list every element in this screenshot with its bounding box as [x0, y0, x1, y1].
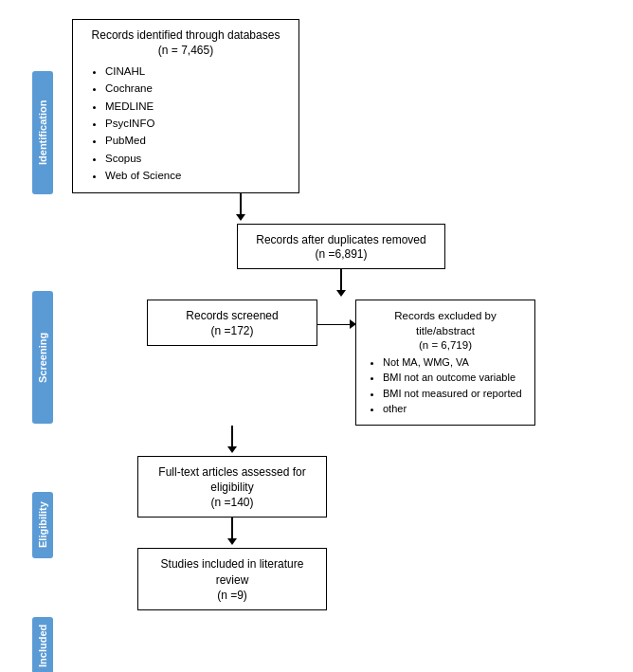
- excl-reason-4: other: [383, 401, 525, 417]
- db-wos: Web of Science: [105, 167, 285, 184]
- fulltext-title: Full-text articles assessed for eligibil…: [152, 464, 313, 497]
- included-title: Studies included in literature review: [152, 556, 313, 589]
- id-box-count: (n = 7,465): [86, 44, 285, 57]
- duplicates-box: Records after duplicates removed (n =6,8…: [237, 224, 445, 270]
- screened-title: Records screened: [161, 308, 303, 324]
- included-label: Included: [32, 617, 53, 672]
- id-box-title: Records identified through databases: [86, 27, 285, 44]
- db-medline: MEDLINE: [105, 98, 285, 115]
- db-psycinfo: PsycINFO: [105, 115, 285, 132]
- dup-box-title: Records after duplicates removed: [251, 232, 431, 248]
- excl-title: Records excluded by title/abstract: [366, 308, 525, 338]
- dup-box-count: (n =6,891): [251, 247, 431, 261]
- screening-label: Screening: [32, 291, 53, 424]
- included-count: (n =9): [152, 589, 313, 602]
- fulltext-count: (n =140): [152, 496, 313, 509]
- included-box: Studies included in literature review (n…: [137, 548, 327, 610]
- db-scopus: Scopus: [105, 150, 285, 167]
- excl-reason-1: Not MA, WMG, VA: [383, 354, 525, 371]
- exclusion-box: Records excluded by title/abstract (n = …: [355, 300, 535, 425]
- db-cochrane: Cochrane: [105, 80, 285, 97]
- excl-reason-2: BMI not an outcome variable: [383, 370, 525, 386]
- excl-reason-3: BMI not measured or reported: [383, 386, 525, 402]
- screened-count: (n =172): [161, 324, 303, 337]
- identification-box: Records identified through databases (n …: [72, 19, 299, 193]
- fulltext-box: Full-text articles assessed for eligibil…: [137, 456, 327, 518]
- identification-label: Identification: [32, 71, 53, 194]
- prisma-diagram: Identification Screening Eligibility Inc…: [23, 19, 610, 672]
- db-cinahl: CINAHL: [105, 63, 285, 80]
- screened-box: Records screened (n =172): [147, 300, 317, 346]
- db-pubmed: PubMed: [105, 132, 285, 149]
- excl-count: (n = 6,719): [366, 339, 525, 351]
